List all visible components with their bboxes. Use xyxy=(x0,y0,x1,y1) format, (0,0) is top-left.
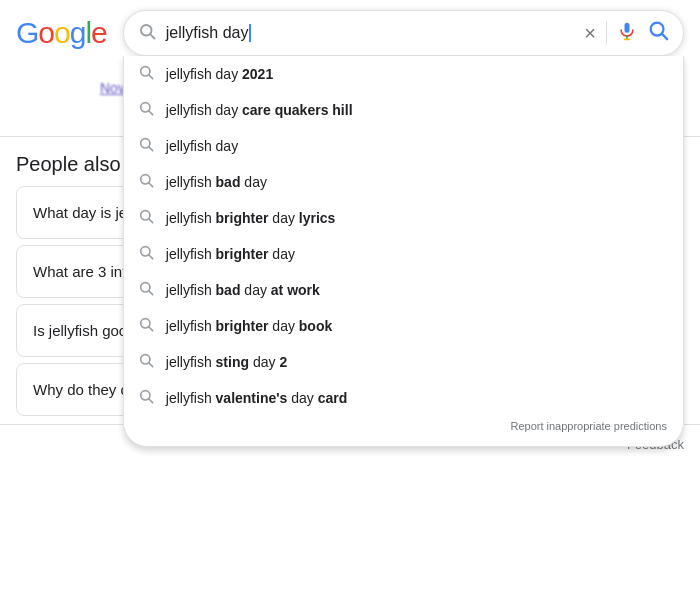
autocomplete-text: jellyfish brighter day lyrics xyxy=(166,210,336,226)
autocomplete-item[interactable]: jellyfish brighter day lyrics xyxy=(124,200,683,236)
autocomplete-text: jellyfish day 2021 xyxy=(166,66,273,82)
search-query[interactable]: jellyfish day xyxy=(166,24,575,42)
autocomplete-item[interactable]: jellyfish bad day at work xyxy=(124,272,683,308)
autocomplete-search-icon xyxy=(138,280,154,300)
autocomplete-item[interactable]: jellyfish valentine's day card xyxy=(124,380,683,416)
autocomplete-search-icon xyxy=(138,136,154,156)
autocomplete-search-icon xyxy=(138,244,154,264)
clear-button[interactable]: × xyxy=(584,22,596,45)
autocomplete-search-icon xyxy=(138,100,154,120)
report-predictions[interactable]: Report inappropriate predictions xyxy=(124,416,683,438)
autocomplete-text: jellyfish sting day 2 xyxy=(166,354,287,370)
svg-line-1 xyxy=(150,34,154,38)
divider xyxy=(606,21,607,45)
search-submit-button[interactable] xyxy=(647,19,669,47)
voice-search-icon[interactable] xyxy=(617,21,637,46)
svg-line-24 xyxy=(149,363,153,367)
autocomplete-search-icon xyxy=(138,172,154,192)
svg-line-18 xyxy=(149,255,153,259)
autocomplete-dropdown: jellyfish day 2021 jellyfish day care qu… xyxy=(123,56,684,447)
autocomplete-text: jellyfish brighter day xyxy=(166,246,295,262)
logo-letter-e: e xyxy=(91,16,107,49)
svg-line-16 xyxy=(149,219,153,223)
svg-rect-2 xyxy=(625,22,630,32)
logo-letter-g: G xyxy=(16,16,38,49)
logo-letter-o2: o xyxy=(54,16,70,49)
logo-letter-g2: g xyxy=(70,16,86,49)
autocomplete-text: jellyfish bad day xyxy=(166,174,267,190)
svg-line-6 xyxy=(662,34,667,39)
autocomplete-search-icon xyxy=(138,388,154,408)
autocomplete-search-icon xyxy=(138,208,154,228)
svg-line-8 xyxy=(149,75,153,79)
search-actions: × xyxy=(584,19,669,47)
autocomplete-item[interactable]: jellyfish day 2021 xyxy=(124,56,683,92)
search-wrapper: jellyfish day × xyxy=(123,10,684,56)
autocomplete-item[interactable]: jellyfish brighter day book xyxy=(124,308,683,344)
autocomplete-text: jellyfish day xyxy=(166,138,238,154)
autocomplete-text: jellyfish day care quakers hill xyxy=(166,102,353,118)
autocomplete-search-icon xyxy=(138,352,154,372)
autocomplete-item[interactable]: jellyfish sting day 2 xyxy=(124,344,683,380)
logo-letter-o1: o xyxy=(38,16,54,49)
autocomplete-search-icon xyxy=(138,316,154,336)
svg-line-14 xyxy=(149,183,153,187)
svg-line-10 xyxy=(149,111,153,115)
svg-line-26 xyxy=(149,399,153,403)
svg-line-22 xyxy=(149,327,153,331)
autocomplete-text: jellyfish bad day at work xyxy=(166,282,320,298)
autocomplete-search-icon xyxy=(138,64,154,84)
header: Google jellyfish day × xyxy=(0,0,700,66)
autocomplete-text: jellyfish brighter day book xyxy=(166,318,333,334)
autocomplete-item[interactable]: jellyfish day care quakers hill xyxy=(124,92,683,128)
autocomplete-item[interactable]: jellyfish bad day xyxy=(124,164,683,200)
autocomplete-item[interactable]: jellyfish day xyxy=(124,128,683,164)
svg-line-20 xyxy=(149,291,153,295)
search-query-text: jellyfish day xyxy=(166,24,249,42)
google-logo: Google xyxy=(16,16,107,50)
search-icon-left xyxy=(138,22,156,45)
text-cursor xyxy=(249,24,251,42)
svg-line-12 xyxy=(149,147,153,151)
autocomplete-text: jellyfish valentine's day card xyxy=(166,390,348,406)
search-box: jellyfish day × xyxy=(123,10,684,56)
autocomplete-item[interactable]: jellyfish brighter day xyxy=(124,236,683,272)
